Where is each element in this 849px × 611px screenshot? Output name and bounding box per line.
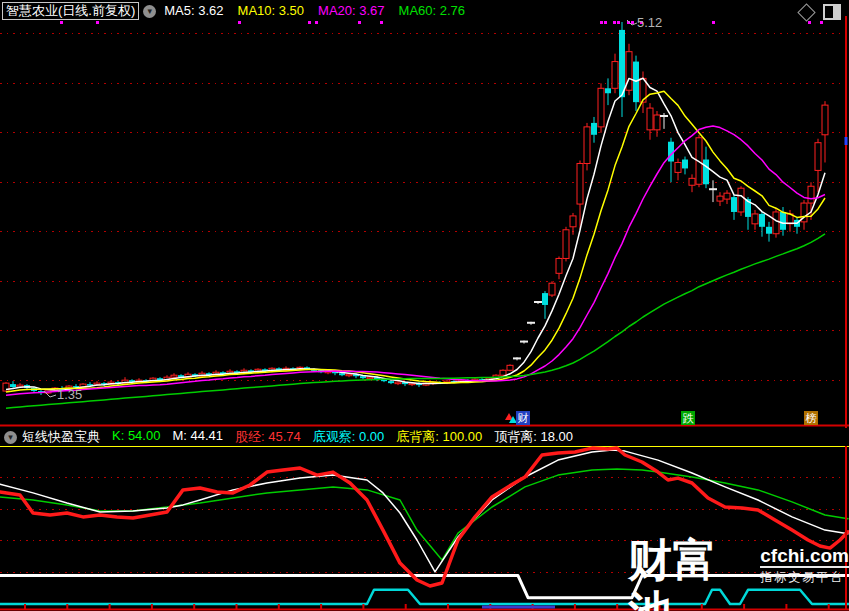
chart-canvas[interactable]: [0, 0, 849, 611]
indicator-field-0: K: 54.00: [112, 428, 160, 446]
split-panel-icon[interactable]: [823, 4, 841, 20]
chevron-down-icon[interactable]: ▾: [143, 5, 156, 18]
stock-app-window: 智慧农业(日线.前复权) ▾ MA5: 3.62MA10: 3.50MA20: …: [0, 0, 849, 611]
watermark-tagline: 指标交易平台: [760, 566, 849, 586]
ma-label-1: MA10: 3.50: [238, 3, 305, 18]
hot-badge-财[interactable]: 财: [516, 411, 530, 425]
watermark-right: cfchi.com 指标交易平台: [760, 546, 849, 586]
watermark[interactable]: 财富池 cfchi.com 指标交易平台: [628, 534, 849, 611]
ma-legend: MA5: 3.62MA10: 3.50MA20: 3.67MA60: 2.76: [164, 3, 465, 18]
indicator-field-5: 顶背离: 18.00: [494, 428, 573, 446]
indicator-header: ▾ 短线快盈宝典 K: 54.00M: 44.41股经: 45.74底观察: 0…: [0, 428, 849, 446]
ma-label-3: MA60: 2.76: [399, 3, 466, 18]
ma-label-0: MA5: 3.62: [164, 3, 223, 18]
hot-badge-榜[interactable]: 榜: [804, 411, 818, 425]
watermark-brand: 财富池: [628, 534, 754, 611]
ma-label-2: MA20: 3.67: [318, 3, 385, 18]
watermark-domain: cfchi.com: [760, 546, 849, 566]
stock-title[interactable]: 智慧农业(日线.前复权): [2, 2, 139, 20]
hot-badge-跌[interactable]: 跌: [681, 411, 695, 425]
header-icons: [800, 4, 841, 20]
diamond-icon[interactable]: [797, 3, 815, 21]
main-chart-header: 智慧农业(日线.前复权) ▾ MA5: 3.62MA10: 3.50MA20: …: [0, 0, 849, 20]
indicator-field-1: M: 44.41: [172, 428, 223, 446]
indicator-field-2: 股经: 45.74: [235, 428, 301, 446]
low-price-label: 1.35: [57, 387, 82, 402]
indicator-name[interactable]: 短线快盈宝典: [22, 428, 100, 446]
chevron-down-icon[interactable]: ▾: [4, 431, 17, 444]
indicator-values: K: 54.00M: 44.41股经: 45.74底观察: 0.00底背离: 1…: [112, 428, 573, 446]
indicator-field-4: 底背离: 100.00: [396, 428, 482, 446]
indicator-field-3: 底观察: 0.00: [313, 428, 385, 446]
